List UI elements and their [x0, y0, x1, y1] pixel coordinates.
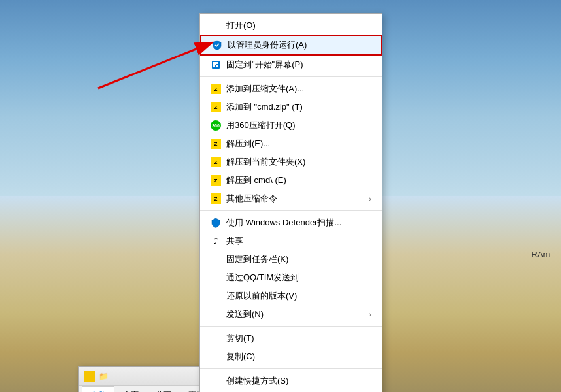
context-menu: 打开(O) 以管理员身份运行(A) 固定到": [199, 13, 382, 392]
svg-rect-3: [213, 62, 216, 65]
svg-rect-4: [216, 62, 218, 64]
svg-line-1: [98, 49, 196, 88]
restore-icon: [211, 291, 221, 301]
zip-icon-6: Z: [211, 193, 221, 204]
menu-item-other-compress[interactable]: Z 其他压缩命令 ›: [200, 189, 382, 208]
svg-rect-6: [216, 65, 218, 67]
qq-icon: [211, 272, 221, 283]
zip-icon-3: Z: [211, 139, 221, 149]
menu-item-360-open[interactable]: 360 用360压缩打开(Q): [200, 116, 382, 135]
menu-item-share[interactable]: ⤴ 共享: [200, 232, 382, 250]
copy-icon: [211, 351, 221, 362]
icon-360: 360: [211, 120, 221, 131]
menu-item-pin-taskbar[interactable]: 固定到任务栏(K): [200, 250, 382, 269]
taskbar-icon: [211, 254, 221, 265]
menu-item-send-qq[interactable]: 通过QQ/TIM发送到: [200, 269, 382, 287]
tab-home[interactable]: 主页: [114, 386, 147, 392]
menu-item-windows-defender[interactable]: 使用 Windows Defender扫描...: [200, 214, 382, 232]
menu-item-add-archive[interactable]: Z 添加到压缩文件(A)...: [200, 80, 382, 98]
sendto-icon: [211, 309, 221, 319]
menu-item-pin-start[interactable]: 固定到"开始"屏幕(P): [200, 56, 382, 74]
submenu-arrow-2: ›: [369, 310, 371, 318]
menu-item-open-header[interactable]: 打开(O): [200, 16, 382, 35]
menu-item-send-to[interactable]: 发送到(N) ›: [200, 305, 382, 323]
zip-icon-4: Z: [211, 157, 221, 167]
desktop: 📁 ─ □ ✕ 文件 主页 共享 查看 📌 固定到快速访问: [0, 0, 561, 392]
menu-item-add-cmd-zip[interactable]: Z 添加到 "cmd.zip" (T): [200, 98, 382, 116]
zip-icon-5: Z: [211, 175, 221, 186]
separator-1: [200, 76, 382, 77]
tab-file[interactable]: 文件: [82, 386, 114, 392]
zip-icon-1: Z: [211, 84, 221, 94]
menu-item-extract-cmd[interactable]: Z 解压到 cmd\ (E): [200, 171, 382, 189]
menu-item-extract-here[interactable]: Z 解压到当前文件夹(X): [200, 153, 382, 171]
menu-item-cut[interactable]: 剪切(T): [200, 329, 382, 348]
menu-item-restore-version[interactable]: 还原以前的版本(V): [200, 287, 382, 305]
admin-shield-icon: [212, 40, 222, 50]
menu-item-extract-to[interactable]: Z 解压到(E)...: [200, 135, 382, 153]
menu-item-create-shortcut[interactable]: 创建快捷方式(S): [200, 372, 382, 390]
pin-start-icon: [211, 59, 221, 70]
zip-icon-2: Z: [211, 102, 221, 112]
share-icon: ⤴: [211, 236, 221, 246]
folder-title-icon: [84, 371, 95, 382]
tab-share[interactable]: 共享: [147, 386, 180, 392]
explorer-title: 📁: [99, 372, 109, 381]
separator-2: [200, 210, 382, 211]
separator-4: [200, 368, 382, 369]
shortcut-icon: [211, 376, 221, 386]
separator-3: [200, 326, 382, 327]
menu-item-run-as-admin[interactable]: 以管理员身份运行(A): [200, 35, 382, 56]
svg-rect-5: [213, 65, 215, 67]
cut-icon: [211, 333, 221, 344]
open-icon: [211, 20, 221, 31]
defender-icon: [211, 218, 221, 228]
menu-item-copy[interactable]: 复制(C): [200, 348, 382, 366]
submenu-arrow-1: ›: [369, 195, 371, 203]
ram-label: RAm: [520, 246, 561, 262]
